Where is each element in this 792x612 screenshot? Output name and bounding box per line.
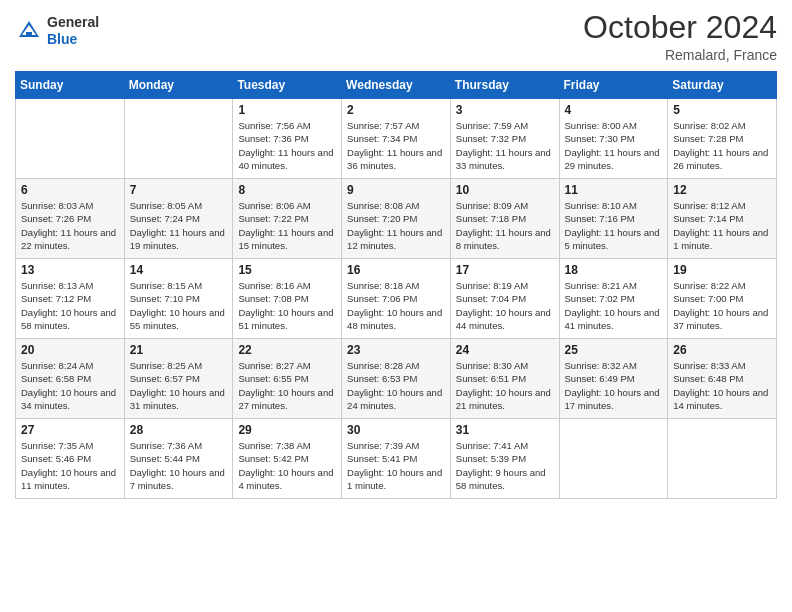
calendar-table: SundayMondayTuesdayWednesdayThursdayFrid…	[15, 71, 777, 499]
day-number: 26	[673, 343, 771, 357]
calendar-cell: 8Sunrise: 8:06 AMSunset: 7:22 PMDaylight…	[233, 179, 342, 259]
day-info: Sunrise: 8:24 AMSunset: 6:58 PMDaylight:…	[21, 359, 119, 412]
day-info: Sunrise: 8:06 AMSunset: 7:22 PMDaylight:…	[238, 199, 336, 252]
day-number: 11	[565, 183, 663, 197]
calendar-cell: 16Sunrise: 8:18 AMSunset: 7:06 PMDayligh…	[342, 259, 451, 339]
day-info: Sunrise: 8:32 AMSunset: 6:49 PMDaylight:…	[565, 359, 663, 412]
day-info: Sunrise: 8:21 AMSunset: 7:02 PMDaylight:…	[565, 279, 663, 332]
header: General Blue October 2024 Remalard, Fran…	[15, 10, 777, 63]
day-number: 18	[565, 263, 663, 277]
week-row-1: 1Sunrise: 7:56 AMSunset: 7:36 PMDaylight…	[16, 99, 777, 179]
day-info: Sunrise: 8:00 AMSunset: 7:30 PMDaylight:…	[565, 119, 663, 172]
calendar-cell: 12Sunrise: 8:12 AMSunset: 7:14 PMDayligh…	[668, 179, 777, 259]
day-number: 31	[456, 423, 554, 437]
calendar-cell: 2Sunrise: 7:57 AMSunset: 7:34 PMDaylight…	[342, 99, 451, 179]
location-title: Remalard, France	[583, 47, 777, 63]
day-number: 30	[347, 423, 445, 437]
day-number: 25	[565, 343, 663, 357]
calendar-cell: 28Sunrise: 7:36 AMSunset: 5:44 PMDayligh…	[124, 419, 233, 499]
calendar-cell: 17Sunrise: 8:19 AMSunset: 7:04 PMDayligh…	[450, 259, 559, 339]
day-info: Sunrise: 8:08 AMSunset: 7:20 PMDaylight:…	[347, 199, 445, 252]
day-number: 17	[456, 263, 554, 277]
calendar-cell: 26Sunrise: 8:33 AMSunset: 6:48 PMDayligh…	[668, 339, 777, 419]
month-title: October 2024	[583, 10, 777, 45]
day-number: 19	[673, 263, 771, 277]
calendar-page: General Blue October 2024 Remalard, Fran…	[0, 0, 792, 612]
day-info: Sunrise: 8:19 AMSunset: 7:04 PMDaylight:…	[456, 279, 554, 332]
calendar-cell: 14Sunrise: 8:15 AMSunset: 7:10 PMDayligh…	[124, 259, 233, 339]
weekday-header-row: SundayMondayTuesdayWednesdayThursdayFrid…	[16, 72, 777, 99]
calendar-cell: 21Sunrise: 8:25 AMSunset: 6:57 PMDayligh…	[124, 339, 233, 419]
calendar-cell	[124, 99, 233, 179]
day-info: Sunrise: 8:16 AMSunset: 7:08 PMDaylight:…	[238, 279, 336, 332]
logo-blue-text: Blue	[47, 31, 77, 47]
day-number: 15	[238, 263, 336, 277]
day-number: 16	[347, 263, 445, 277]
day-info: Sunrise: 8:05 AMSunset: 7:24 PMDaylight:…	[130, 199, 228, 252]
day-info: Sunrise: 7:56 AMSunset: 7:36 PMDaylight:…	[238, 119, 336, 172]
day-info: Sunrise: 8:03 AMSunset: 7:26 PMDaylight:…	[21, 199, 119, 252]
day-number: 14	[130, 263, 228, 277]
calendar-cell: 1Sunrise: 7:56 AMSunset: 7:36 PMDaylight…	[233, 99, 342, 179]
calendar-cell: 19Sunrise: 8:22 AMSunset: 7:00 PMDayligh…	[668, 259, 777, 339]
day-number: 29	[238, 423, 336, 437]
calendar-cell: 18Sunrise: 8:21 AMSunset: 7:02 PMDayligh…	[559, 259, 668, 339]
weekday-header-sunday: Sunday	[16, 72, 125, 99]
day-info: Sunrise: 8:25 AMSunset: 6:57 PMDaylight:…	[130, 359, 228, 412]
svg-rect-2	[26, 32, 32, 37]
calendar-cell: 10Sunrise: 8:09 AMSunset: 7:18 PMDayligh…	[450, 179, 559, 259]
day-number: 5	[673, 103, 771, 117]
day-number: 12	[673, 183, 771, 197]
weekday-header-monday: Monday	[124, 72, 233, 99]
week-row-4: 20Sunrise: 8:24 AMSunset: 6:58 PMDayligh…	[16, 339, 777, 419]
week-row-2: 6Sunrise: 8:03 AMSunset: 7:26 PMDaylight…	[16, 179, 777, 259]
day-info: Sunrise: 8:33 AMSunset: 6:48 PMDaylight:…	[673, 359, 771, 412]
day-number: 3	[456, 103, 554, 117]
day-number: 23	[347, 343, 445, 357]
calendar-cell: 5Sunrise: 8:02 AMSunset: 7:28 PMDaylight…	[668, 99, 777, 179]
title-block: October 2024 Remalard, France	[583, 10, 777, 63]
day-info: Sunrise: 8:18 AMSunset: 7:06 PMDaylight:…	[347, 279, 445, 332]
day-info: Sunrise: 8:27 AMSunset: 6:55 PMDaylight:…	[238, 359, 336, 412]
calendar-cell: 11Sunrise: 8:10 AMSunset: 7:16 PMDayligh…	[559, 179, 668, 259]
day-info: Sunrise: 7:59 AMSunset: 7:32 PMDaylight:…	[456, 119, 554, 172]
day-number: 24	[456, 343, 554, 357]
calendar-cell: 3Sunrise: 7:59 AMSunset: 7:32 PMDaylight…	[450, 99, 559, 179]
week-row-5: 27Sunrise: 7:35 AMSunset: 5:46 PMDayligh…	[16, 419, 777, 499]
calendar-cell: 13Sunrise: 8:13 AMSunset: 7:12 PMDayligh…	[16, 259, 125, 339]
day-number: 6	[21, 183, 119, 197]
calendar-cell: 31Sunrise: 7:41 AMSunset: 5:39 PMDayligh…	[450, 419, 559, 499]
day-info: Sunrise: 8:30 AMSunset: 6:51 PMDaylight:…	[456, 359, 554, 412]
weekday-header-tuesday: Tuesday	[233, 72, 342, 99]
calendar-cell	[16, 99, 125, 179]
day-info: Sunrise: 8:28 AMSunset: 6:53 PMDaylight:…	[347, 359, 445, 412]
calendar-cell: 6Sunrise: 8:03 AMSunset: 7:26 PMDaylight…	[16, 179, 125, 259]
day-number: 10	[456, 183, 554, 197]
logo-icon	[15, 17, 43, 45]
logo-general-text: General	[47, 14, 99, 30]
day-number: 20	[21, 343, 119, 357]
calendar-cell: 4Sunrise: 8:00 AMSunset: 7:30 PMDaylight…	[559, 99, 668, 179]
day-info: Sunrise: 8:12 AMSunset: 7:14 PMDaylight:…	[673, 199, 771, 252]
weekday-header-friday: Friday	[559, 72, 668, 99]
calendar-cell: 7Sunrise: 8:05 AMSunset: 7:24 PMDaylight…	[124, 179, 233, 259]
day-number: 8	[238, 183, 336, 197]
day-info: Sunrise: 8:15 AMSunset: 7:10 PMDaylight:…	[130, 279, 228, 332]
day-info: Sunrise: 8:13 AMSunset: 7:12 PMDaylight:…	[21, 279, 119, 332]
calendar-cell: 25Sunrise: 8:32 AMSunset: 6:49 PMDayligh…	[559, 339, 668, 419]
calendar-cell: 30Sunrise: 7:39 AMSunset: 5:41 PMDayligh…	[342, 419, 451, 499]
day-number: 28	[130, 423, 228, 437]
day-number: 4	[565, 103, 663, 117]
day-number: 9	[347, 183, 445, 197]
day-number: 13	[21, 263, 119, 277]
calendar-cell: 24Sunrise: 8:30 AMSunset: 6:51 PMDayligh…	[450, 339, 559, 419]
logo-text: General Blue	[47, 14, 99, 48]
calendar-cell	[668, 419, 777, 499]
day-info: Sunrise: 7:39 AMSunset: 5:41 PMDaylight:…	[347, 439, 445, 492]
day-number: 7	[130, 183, 228, 197]
weekday-header-saturday: Saturday	[668, 72, 777, 99]
calendar-cell: 27Sunrise: 7:35 AMSunset: 5:46 PMDayligh…	[16, 419, 125, 499]
calendar-cell: 29Sunrise: 7:38 AMSunset: 5:42 PMDayligh…	[233, 419, 342, 499]
day-number: 2	[347, 103, 445, 117]
day-info: Sunrise: 7:35 AMSunset: 5:46 PMDaylight:…	[21, 439, 119, 492]
